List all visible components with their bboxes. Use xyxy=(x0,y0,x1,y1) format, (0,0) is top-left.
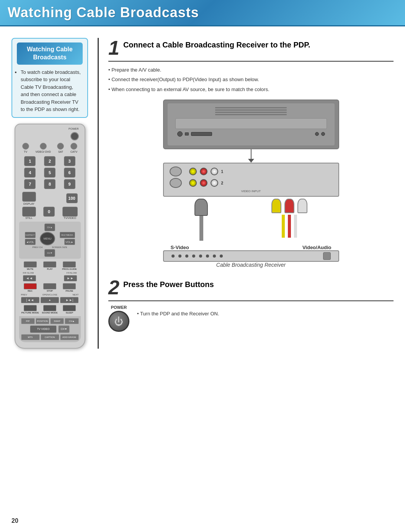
remote-open-close[interactable]: ▲ xyxy=(41,297,59,303)
remote-multimedia[interactable]: MULTIMEDIA xyxy=(60,232,75,238)
sidebar-bullet: To watch cable broadcasts, subscribe to … xyxy=(21,69,83,113)
remote-play-label: PLAY xyxy=(47,268,53,270)
remote-ff-slow-label: FF/SLOW xyxy=(67,272,77,274)
remote-0-button[interactable]: 0 xyxy=(43,207,55,217)
remote-tv-video-label: TV/VIDEO xyxy=(64,217,76,219)
remote-ch-up[interactable]: CH▲ xyxy=(44,224,55,231)
step1-number: 1 xyxy=(108,38,119,58)
remote-num-1[interactable]: 1 xyxy=(24,156,36,166)
step1-section: 1 Connect a Cable Broadcasting Receiver … xyxy=(108,38,394,268)
remote-stop-button[interactable] xyxy=(43,283,56,289)
video-audio-wires xyxy=(282,215,297,238)
recv-indicator-6 xyxy=(206,255,209,258)
remote-fr-slow-label: F/R SLOW xyxy=(23,272,34,274)
svideo-port-2 xyxy=(170,178,182,188)
tv-body xyxy=(168,103,335,145)
remote-display-button[interactable] xyxy=(22,192,36,202)
tv-port-1 xyxy=(177,131,183,137)
main-content: 1 Connect a Cable Broadcasting Receiver … xyxy=(108,38,394,349)
step1-instructions: • Prepare the A/V cable. • Connect the r… xyxy=(108,65,394,94)
remote-prog-guide-button[interactable] xyxy=(63,261,76,268)
remote-num-4[interactable]: 4 xyxy=(24,168,36,178)
remote-num-5[interactable]: 5 xyxy=(44,168,56,178)
receiver-box xyxy=(163,250,339,262)
arrow-connector xyxy=(163,149,339,163)
rca-white-1 xyxy=(211,168,218,175)
remote-mute-button[interactable] xyxy=(24,261,37,268)
remote-num-2[interactable]: 2 xyxy=(44,156,56,166)
page-header: Watching Cable Broadcasts xyxy=(0,0,405,26)
remote-tv-button[interactable] xyxy=(22,143,29,150)
remote-sound-mode-label: SOUND MODE xyxy=(42,312,57,314)
arrow-line xyxy=(251,149,251,159)
remote-position-button[interactable]: POSITION xyxy=(36,318,49,324)
remote-caption-button[interactable]: CAPTION xyxy=(41,334,59,340)
remote-fastforward[interactable]: ►► xyxy=(64,275,77,281)
remote-prev-track[interactable]: |◄◄ xyxy=(21,297,39,303)
remote-picture-mode-button[interactable] xyxy=(24,305,37,311)
input-panel-wrapper: 1 2 VIDEO INPUT xyxy=(163,163,339,197)
remote-play-button[interactable] xyxy=(43,261,56,268)
remote-100-button[interactable]: 100 xyxy=(66,193,78,203)
remote-ch-down-pip[interactable]: CH▼ xyxy=(58,325,70,333)
remote-swap-button[interactable]: SWAP xyxy=(50,318,64,324)
remote-video-dvd-label: VIDEO/ DVD xyxy=(35,150,51,153)
remote-pip-panel: PIP POSITION SWAP CH▲ TV VIDEO CH▼ MTS C… xyxy=(19,316,81,342)
remote-num-3[interactable]: 3 xyxy=(64,156,75,166)
remote-ch-up-pip[interactable]: CH▲ xyxy=(65,318,78,324)
remote-num-8[interactable]: 8 xyxy=(44,179,56,189)
remote-power-button[interactable] xyxy=(70,132,79,140)
remote-num-6[interactable]: 6 xyxy=(64,168,75,178)
remote-sleep-button[interactable] xyxy=(63,305,76,311)
remote-vol-up[interactable]: VOL► xyxy=(64,239,75,245)
svideo-wire xyxy=(199,216,203,241)
remote-rewind[interactable]: ◄◄ xyxy=(23,275,36,281)
tv-port-4 xyxy=(315,132,319,136)
step2-header: 2 Press the Power Buttons xyxy=(108,277,394,301)
remote-sat-button[interactable] xyxy=(57,143,64,150)
remote-tv-video-pip[interactable]: TV VIDEO xyxy=(30,325,57,333)
remote-slow-row: F/R SLOW FF/SLOW xyxy=(19,271,81,274)
recv-indicator-4 xyxy=(192,255,195,258)
video-audio-connectors-top xyxy=(271,199,307,213)
remote-catv-button[interactable] xyxy=(70,143,77,150)
remote-sound-mode-button[interactable] xyxy=(43,305,56,311)
svideo-cable-group xyxy=(194,199,208,241)
recv-indicator-5 xyxy=(199,255,202,258)
power-icon: ⏻ xyxy=(114,316,124,327)
remote-rec-button[interactable] xyxy=(24,283,37,289)
remote-sleep-label: SLEEP xyxy=(66,312,73,314)
remote-tv-label: TV xyxy=(24,150,27,153)
input-number-2: 2 xyxy=(221,181,226,185)
remote-menu-button[interactable]: MENU xyxy=(40,232,55,245)
remote-add-erase-button[interactable]: ADD/ ERASE xyxy=(60,334,79,340)
remote-num-7[interactable]: 7 xyxy=(24,179,36,189)
recv-indicator-7 xyxy=(213,255,216,258)
remote-num-9[interactable]: 9 xyxy=(64,179,75,189)
step2-number: 2 xyxy=(108,277,119,297)
page-content: Watching Cable Broadcasts To watch cable… xyxy=(0,34,405,352)
remote-still-button[interactable] xyxy=(22,207,36,217)
remote-pause-button[interactable] xyxy=(63,283,76,289)
remote-tv-video-button[interactable] xyxy=(62,207,78,217)
yellow-connector xyxy=(271,199,281,213)
step1-bullet1: • Prepare the A/V cable. xyxy=(108,65,394,74)
remote-vol-down[interactable]: ◄VOL xyxy=(25,239,36,245)
rca-red-2 xyxy=(200,179,207,187)
remote-ch-down[interactable]: CH▼ xyxy=(44,249,55,257)
remote-prev-label: PREV xyxy=(21,294,27,296)
tv-right-ports xyxy=(315,132,325,136)
remote-picture-mode-label: PICTURE MODE xyxy=(21,312,39,314)
remote-video-dvd-button[interactable] xyxy=(40,143,47,150)
remote-display-label: DISPLAY xyxy=(23,202,34,205)
power-button[interactable]: ⏻ xyxy=(108,311,129,332)
remote-pip-button[interactable]: PIP xyxy=(21,318,35,324)
tv-port-3 xyxy=(191,132,212,136)
remote-media-labels: PREV OPEN/CLOSE NEXT xyxy=(19,293,81,296)
remote-mts-button[interactable]: MTS xyxy=(21,334,40,340)
tv-port-5 xyxy=(321,132,325,136)
remote-catv-label: CATV xyxy=(70,150,77,153)
remote-s-effect[interactable]: S.EFFECT xyxy=(25,232,36,238)
power-button-col: POWER ⏻ xyxy=(108,305,129,332)
remote-next-track[interactable]: ►►| xyxy=(60,297,78,303)
